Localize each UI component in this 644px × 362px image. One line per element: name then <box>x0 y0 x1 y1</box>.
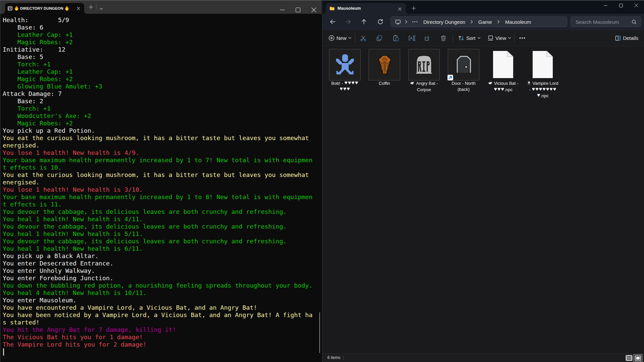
terminal-line: You lose 1 health! New health is 4/9. <box>3 149 318 157</box>
terminal-tab-close-icon[interactable] <box>76 6 81 11</box>
file-label-line: Door - North <box>451 81 476 86</box>
file-label-bob[interactable]: Bob! - ♥♥♥♥ ♥♥♥ <box>323 80 366 93</box>
bat-icon <box>488 81 493 87</box>
breadcrumb-mausoleum[interactable]: Mausoleum <box>505 19 531 25</box>
file-label-row: Corpse <box>402 87 445 93</box>
file-thumbnail-bob[interactable] <box>329 49 361 80</box>
file-label-row: Coffin <box>363 80 406 86</box>
terminal-new-tab-button[interactable] <box>89 5 93 9</box>
folder-icon <box>329 6 335 11</box>
explorer-close-button[interactable] <box>629 0 644 10</box>
up-button[interactable] <box>358 16 370 28</box>
delete-button[interactable] <box>440 30 447 46</box>
large-thumbnails-view-toggle[interactable] <box>634 354 642 362</box>
new-button[interactable]: New <box>328 30 352 46</box>
file-thumbnail-door[interactable] <box>448 49 479 80</box>
file-label-row: (back) <box>442 86 485 93</box>
more-options-button[interactable] <box>519 30 525 46</box>
details-button[interactable]: Details <box>615 30 638 46</box>
explorer-window-controls <box>598 0 644 10</box>
explorer-statusbar: 6 items <box>322 353 644 362</box>
terminal-line: You have encountered a Vampire Lord, a V… <box>3 304 318 311</box>
terminal-line: Torch: +1 <box>3 105 318 112</box>
chevron-right-icon <box>405 20 408 23</box>
file-label-coffin[interactable]: Coffin <box>363 80 406 86</box>
this-pc-icon[interactable] <box>395 19 401 25</box>
terminal-line: You heal 1 health! New health is 6/11. <box>3 245 318 252</box>
explorer-tab-close-icon[interactable] <box>398 6 402 10</box>
file-label-line: Angry Bat - <box>416 81 438 86</box>
cut-button[interactable] <box>360 30 367 46</box>
search-icon[interactable] <box>632 19 637 24</box>
terminal-maximize-button[interactable] <box>290 0 306 14</box>
terminal-window: Health: 5/9 Base: 6 Leather Cap: +1 Magi… <box>0 0 322 362</box>
terminal-line: Leather Cap: +1 <box>3 31 318 39</box>
file-label-vicious-bat[interactable]: Vicious Bat - ♥♥♥.npc <box>482 80 525 93</box>
terminal-line: Leather Cap: +1 <box>3 68 318 75</box>
terminal-tab[interactable]: DIRECTORY DUNGEON <box>5 3 84 14</box>
explorer-minimize-button[interactable] <box>598 0 613 10</box>
terminal-tab-dropdown[interactable] <box>99 6 103 9</box>
file-label-door[interactable]: Door - North (back) <box>442 80 485 93</box>
file-label-line: ♥.npc <box>537 93 548 98</box>
terminal-line: You hit the Angry Bat for 7 damage, kill… <box>3 326 318 334</box>
rename-button[interactable] <box>408 30 416 46</box>
view-button[interactable]: View <box>487 30 511 46</box>
address-bar[interactable]: Directory Dungeon Game Mausoleum <box>390 16 567 27</box>
breadcrumb-game[interactable]: Game <box>478 19 492 25</box>
terminal-line: Base: 2 <box>3 98 318 105</box>
terminal-line: Base: 6 <box>3 24 318 31</box>
explorer-new-tab-button[interactable] <box>411 6 416 11</box>
file-thumbnail-vampire-lord[interactable] <box>527 49 558 80</box>
chevron-right-icon <box>470 20 473 23</box>
file-thumbnail-coffin[interactable] <box>369 49 400 80</box>
breadcrumb-directory-dungeon[interactable]: Directory Dungeon <box>423 19 465 25</box>
heart-icon: ♥ <box>352 81 355 84</box>
copy-button[interactable] <box>376 30 383 46</box>
explorer-tab[interactable]: Mausoleum <box>326 3 406 14</box>
file-label-row: - ♥♥♥♥♥♥♥ <box>521 87 564 93</box>
file-thumbnail-vicious-bat[interactable] <box>487 49 519 80</box>
terminal-minimize-button[interactable] <box>274 0 290 14</box>
terminal-line: Your base maximum health permanently inc… <box>3 193 318 201</box>
sort-icon <box>458 35 465 41</box>
heart-icon: ♥ <box>553 87 556 91</box>
file-thumbnail-angry-bat-corpse[interactable] <box>408 49 440 80</box>
flame-icon <box>65 6 69 11</box>
status-item-count: 6 items <box>327 355 340 360</box>
terminal-close-button[interactable] <box>306 0 322 14</box>
back-button[interactable] <box>327 16 339 28</box>
heart-icon: ♥ <box>539 87 542 91</box>
terminal-line: Your base maximum health permanently inc… <box>3 157 318 164</box>
plus-circle-icon <box>328 35 335 41</box>
status-separator <box>343 356 343 360</box>
file-label-line: Bob! - ♥♥♥♥ <box>331 81 358 86</box>
file-label-line: Vicious Bat - <box>494 81 519 86</box>
explorer-navbar: Directory Dungeon Game Mausoleum Search … <box>322 14 644 30</box>
explorer-window: Mausoleum <box>322 0 644 362</box>
terminal-cursor <box>3 348 4 356</box>
toolbar-separator <box>453 34 453 42</box>
explorer-maximize-button[interactable] <box>613 0 629 10</box>
terminal-line: You down the bubbling red potion, a nour… <box>3 282 318 289</box>
view-icon <box>487 35 494 41</box>
copy-icon <box>376 35 383 42</box>
file-label-row: ♥♥♥ <box>323 86 366 93</box>
forward-button[interactable] <box>342 16 354 28</box>
tombstone-pixel-icon <box>415 55 433 74</box>
ellipsis-icon <box>519 37 525 39</box>
details-view-toggle[interactable] <box>626 355 633 361</box>
file-label-vampire-lord[interactable]: Vampire Lord - ♥♥♥♥♥♥♥ ♥.npc <box>521 80 564 99</box>
search-box[interactable]: Search Mausoleum <box>571 16 641 27</box>
scissors-icon <box>360 35 367 42</box>
file-label-angry-bat-corpse[interactable]: Angry Bat - Corpse <box>402 80 445 93</box>
refresh-button[interactable] <box>374 16 386 28</box>
paste-button[interactable] <box>392 30 399 46</box>
sort-button[interactable]: Sort <box>458 30 481 46</box>
terminal-scrollbar[interactable] <box>319 312 320 353</box>
file-label-line: Coffin <box>379 81 390 86</box>
file-label-row: Angry Bat - <box>402 80 445 87</box>
share-button[interactable] <box>424 30 431 46</box>
breadcrumb-ellipsis[interactable] <box>412 21 418 22</box>
terminal-line: You enter Mausoleum. <box>3 297 318 304</box>
